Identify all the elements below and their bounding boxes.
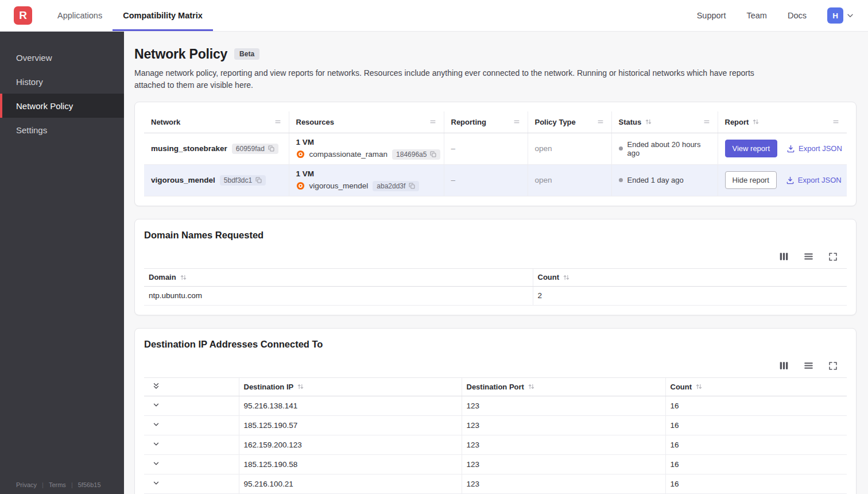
- export-json-link[interactable]: Export JSON: [786, 176, 842, 184]
- sort-icon[interactable]: [752, 118, 760, 125]
- domains-card: Domain Names Requested Domain: [134, 219, 857, 315]
- status-dot: [619, 146, 623, 150]
- destination-ip-cell: 162.159.200.123: [239, 435, 462, 454]
- column-label: Report: [725, 118, 749, 126]
- page-description: Manage network policy, reporting and vie…: [134, 67, 769, 91]
- column-header-network[interactable]: Network: [144, 111, 289, 133]
- report-cell: View report Export JSON: [718, 133, 847, 164]
- column-menu-icon[interactable]: [429, 118, 437, 126]
- hide-report-button[interactable]: Hide report: [725, 171, 777, 189]
- sidebar-item-settings[interactable]: Settings: [0, 118, 124, 142]
- export-json-link[interactable]: Export JSON: [786, 144, 842, 153]
- footer-separator: |: [71, 481, 73, 488]
- fullscreen-icon[interactable]: [828, 252, 838, 261]
- nav-link-support[interactable]: Support: [697, 11, 726, 20]
- navbar-right: Support Team Docs H: [697, 0, 854, 31]
- column-menu-icon[interactable]: [513, 118, 521, 126]
- download-icon: [786, 144, 795, 153]
- copy-icon[interactable]: [255, 177, 262, 183]
- export-json-label: Export JSON: [798, 176, 842, 184]
- column-header-policy-type[interactable]: Policy Type: [528, 111, 611, 133]
- networks-card: Network Resources: [134, 102, 857, 206]
- destination-row: 185.125.190.58 123 16: [144, 454, 847, 474]
- column-menu-icon[interactable]: [832, 118, 840, 126]
- column-header-resources[interactable]: Resources: [289, 111, 444, 133]
- columns-view-icon[interactable]: [779, 361, 789, 370]
- column-header-expand-all[interactable]: [144, 377, 239, 396]
- resources-cell: 1 VM compassionate_raman 184696a5: [289, 133, 444, 164]
- columns-view-icon[interactable]: [779, 252, 789, 261]
- destination-port-cell: 123: [462, 474, 665, 493]
- copy-icon[interactable]: [268, 145, 274, 152]
- resource-id-badge: aba2dd3f: [373, 181, 419, 191]
- domain-row: ntp.ubuntu.com 2: [144, 286, 847, 305]
- column-header-report[interactable]: Report: [718, 111, 847, 133]
- nav-tab-compatibility-matrix[interactable]: Compatibility Matrix: [113, 0, 213, 31]
- count-cell: 16: [665, 435, 847, 454]
- fullscreen-icon[interactable]: [828, 361, 838, 370]
- user-avatar[interactable]: H: [827, 7, 843, 24]
- column-header-destination-port[interactable]: Destination Port: [462, 377, 665, 396]
- resource-count: 1 VM: [296, 169, 437, 178]
- sort-icon[interactable]: [563, 274, 570, 281]
- reporting-value: –: [451, 176, 456, 184]
- destination-row: 95.216.100.21 123 16: [144, 474, 847, 493]
- column-menu-icon[interactable]: [596, 118, 604, 126]
- chevron-down-icon[interactable]: [152, 479, 160, 487]
- destinations-table: Destination IP Destination Port Count: [144, 377, 847, 494]
- privacy-link[interactable]: Privacy: [16, 481, 37, 488]
- chevron-down-icon[interactable]: [152, 460, 160, 468]
- domains-table: Domain Count ntp.ubuntu.com 2: [144, 268, 847, 306]
- column-header-reporting[interactable]: Reporting: [444, 111, 528, 133]
- network-row: musing_stonebraker 60959fad 1 VM compass…: [144, 133, 847, 164]
- column-header-domain[interactable]: Domain: [144, 268, 533, 286]
- destinations-toolbar: [144, 360, 847, 372]
- destination-port-cell: 123: [462, 396, 665, 415]
- column-header-count[interactable]: Count: [665, 377, 847, 396]
- status-dot: [619, 178, 623, 182]
- destination-ip-cell: 185.125.190.58: [239, 454, 462, 474]
- column-header-destination-ip[interactable]: Destination IP: [239, 377, 462, 396]
- page-title: Network Policy: [134, 45, 227, 63]
- report-cell: Hide report Export JSON: [718, 164, 847, 196]
- sidebar-item-network-policy[interactable]: Network Policy: [0, 94, 124, 118]
- terms-link[interactable]: Terms: [49, 481, 66, 488]
- chevron-down-icon[interactable]: [152, 440, 160, 448]
- destination-ip-cell: 95.216.100.21: [239, 474, 462, 493]
- sidebar-item-history[interactable]: History: [0, 70, 124, 94]
- rows-view-icon[interactable]: [804, 252, 813, 261]
- chevron-down-icon[interactable]: [152, 401, 160, 409]
- chevron-down-icon[interactable]: [152, 420, 160, 429]
- sort-icon[interactable]: [528, 383, 535, 390]
- network-row: vigorous_mendel 5bdf3dc1 1 VM vigorous_m…: [144, 164, 847, 196]
- networks-header-row: Network Resources: [144, 111, 847, 133]
- sort-icon[interactable]: [180, 274, 187, 281]
- column-label: Policy Type: [535, 118, 576, 126]
- column-menu-icon[interactable]: [274, 118, 282, 126]
- copy-icon[interactable]: [430, 151, 436, 157]
- column-header-status[interactable]: Status: [611, 111, 718, 133]
- app-logo[interactable]: R: [14, 6, 32, 25]
- expand-all-icon[interactable]: [152, 382, 160, 390]
- sort-icon[interactable]: [297, 383, 304, 390]
- destination-port-cell: 123: [462, 435, 665, 454]
- rows-view-icon[interactable]: [804, 361, 813, 370]
- sort-icon[interactable]: [695, 383, 703, 390]
- networks-table: Network Resources: [144, 111, 847, 196]
- nav-link-docs[interactable]: Docs: [788, 11, 807, 20]
- copy-icon[interactable]: [409, 183, 415, 189]
- nav-link-team[interactable]: Team: [746, 11, 766, 20]
- column-label: Count: [671, 383, 692, 391]
- column-header-count[interactable]: Count: [533, 268, 847, 286]
- chevron-down-icon: [846, 11, 854, 20]
- column-menu-icon[interactable]: [703, 118, 711, 126]
- count-cell: 16: [665, 415, 847, 435]
- nav-tab-applications[interactable]: Applications: [47, 0, 113, 31]
- column-label: Destination IP: [244, 383, 294, 391]
- view-report-button[interactable]: View report: [725, 140, 778, 157]
- user-menu[interactable]: H: [827, 7, 854, 24]
- count-cell: 16: [665, 474, 847, 493]
- sort-icon[interactable]: [645, 118, 652, 125]
- sidebar-item-overview[interactable]: Overview: [0, 45, 124, 70]
- network-id: 5bdf3dc1: [224, 176, 252, 184]
